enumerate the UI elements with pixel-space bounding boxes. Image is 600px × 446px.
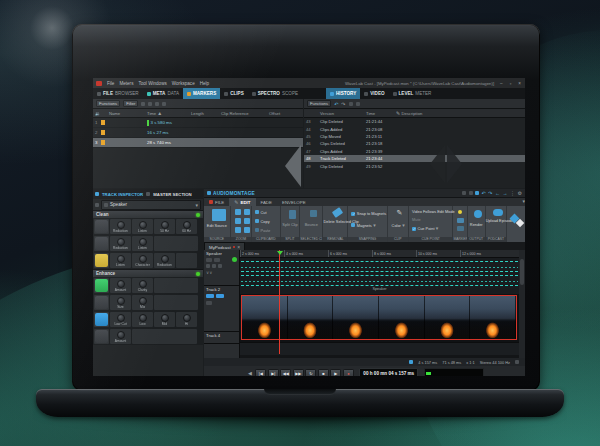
- tab-video[interactable]: VIDEO: [360, 88, 388, 99]
- marker-range-icon[interactable]: [457, 226, 464, 231]
- speaker-status-icon[interactable]: [515, 360, 519, 364]
- history-functions-button[interactable]: Functions: [307, 100, 331, 107]
- track-pan-knob[interactable]: [212, 264, 216, 268]
- ribbon-group-selected-clips[interactable]: Bounce SELECTED CLIPS: [300, 206, 323, 242]
- playhead-marker-icon[interactable]: [277, 251, 283, 255]
- mute-toggle[interactable]: Mute: [412, 217, 421, 222]
- restore-icon[interactable]: ▫: [509, 81, 513, 86]
- dehummer-listen-knob[interactable]: Listen: [132, 219, 153, 234]
- col-time[interactable]: Time ▲: [145, 110, 189, 116]
- markers-functions-button[interactable]: Functions: [96, 100, 120, 107]
- ribbon-group-output[interactable]: Render OUTPUT: [468, 206, 486, 242]
- ribbon-group-podcast[interactable]: Upload Episode PODCAST: [486, 206, 507, 242]
- eq-button[interactable]: [94, 312, 109, 327]
- color-dropdown[interactable]: Color ▾: [392, 222, 405, 228]
- eq-lowcut-knob[interactable]: Low Cut: [110, 312, 131, 327]
- speaker-column-icon[interactable]: 🔉: [93, 111, 107, 116]
- eq-low-knob[interactable]: Low: [132, 312, 153, 327]
- denoiser-button[interactable]: [94, 236, 109, 251]
- zoom-fit-icon[interactable]: [235, 218, 241, 224]
- reverb-size-knob[interactable]: Size: [110, 295, 131, 310]
- undo-icon[interactable]: ↶: [482, 190, 486, 196]
- history-play-icon[interactable]: [349, 102, 353, 106]
- deesser-button[interactable]: [94, 253, 109, 268]
- deesser-reduction-knob[interactable]: Reduction: [154, 253, 175, 268]
- tab-file-browser[interactable]: FILEBROWSER: [93, 88, 143, 99]
- rewind-button[interactable]: ◀◀: [280, 369, 291, 377]
- loop-button[interactable]: ↻: [305, 369, 316, 377]
- dehummer-60hz-knob[interactable]: 60 Hz: [176, 219, 197, 234]
- microphone-icon[interactable]: [475, 191, 479, 195]
- track-fx-button[interactable]: [218, 264, 222, 268]
- exciter-clarity-knob[interactable]: Clarity: [132, 278, 153, 293]
- copy-button[interactable]: Copy: [255, 218, 269, 224]
- pen-icon[interactable]: ✎: [397, 209, 403, 217]
- zoom-selection-icon[interactable]: [244, 218, 250, 224]
- redo-icon[interactable]: ↷: [341, 101, 345, 107]
- maximizer-button[interactable]: [94, 329, 109, 344]
- col-description[interactable]: ✎ Description: [394, 110, 454, 116]
- voice-exciter-button[interactable]: [94, 278, 109, 293]
- scrollbar-thumb[interactable]: [520, 259, 524, 285]
- ribbon-group-zoom[interactable]: ZOOM: [231, 206, 252, 242]
- record-button[interactable]: ●: [343, 369, 354, 377]
- history-row[interactable]: 49Clip Deleted21:23:52: [304, 162, 525, 169]
- track-header-2[interactable]: Track 2: [204, 286, 239, 332]
- col-version[interactable]: Version: [318, 111, 364, 116]
- cue-point-checkbox[interactable]: ✓ Cue Point ▾: [412, 225, 438, 231]
- zoom-vertical-icon[interactable]: [244, 227, 250, 233]
- maximizer-amount-knob[interactable]: Amount: [110, 329, 131, 344]
- menu-file[interactable]: File: [107, 81, 114, 86]
- ribbon-tab-fade[interactable]: FADE: [256, 198, 277, 206]
- markers-filter-button[interactable]: Filter: [123, 100, 138, 107]
- track2-video-chip[interactable]: [206, 294, 214, 298]
- col-length[interactable]: Length: [189, 111, 219, 116]
- menu-help[interactable]: Help: [200, 81, 209, 86]
- tab-track-inspector[interactable]: TRACK INSPECTOR: [102, 192, 143, 197]
- track2-options-button[interactable]: [206, 301, 212, 305]
- col-name[interactable]: Name: [107, 111, 145, 116]
- snap-to-magnets-checkbox[interactable]: ✓ Snap to Magnets: [351, 210, 386, 216]
- ribbon-group-removal[interactable]: Delete Selected Clip REMOVAL: [323, 206, 348, 242]
- marker-pair-icon[interactable]: [457, 218, 464, 223]
- marker-row-selected[interactable]: 3 28 s 740 ms: [93, 138, 303, 148]
- nav-forward-icon[interactable]: →: [503, 190, 508, 196]
- tab-spectroscope[interactable]: SPECTROSCOPE: [248, 88, 302, 99]
- marker-row[interactable]: 1 3 s 580 ms: [93, 118, 303, 128]
- history-row[interactable]: 46Clips Deleted21:23:18: [304, 140, 525, 147]
- transport-collapse-icon[interactable]: ◀: [248, 370, 252, 376]
- undo-icon[interactable]: ↶: [334, 101, 338, 107]
- history-row[interactable]: 45Clip Moved21:23:11: [304, 133, 525, 140]
- marker-row[interactable]: 2 16 s 27 ms: [93, 128, 303, 138]
- exciter-amount-knob[interactable]: Amount: [110, 278, 131, 293]
- col-time[interactable]: Time: [364, 111, 394, 116]
- zoom-out-icon[interactable]: [244, 209, 250, 215]
- menu-workspace[interactable]: Workspace: [172, 81, 195, 86]
- tab-markers[interactable]: MARKERS: [183, 88, 220, 99]
- track-gain-knob[interactable]: [206, 264, 210, 268]
- tab-level-meter[interactable]: LEVELMETER: [389, 88, 436, 99]
- solo-button[interactable]: [214, 258, 220, 262]
- dehummer-button[interactable]: [94, 219, 109, 234]
- zoom-horizontal-icon[interactable]: [235, 227, 241, 233]
- ribbon-tab-edit[interactable]: ✎EDIT: [229, 198, 255, 206]
- menu-tool-windows[interactable]: Tool Windows: [138, 81, 166, 86]
- history-row[interactable]: 47Clips Added21:23:39: [304, 148, 525, 155]
- magnets-dropdown[interactable]: Magnets ▾: [351, 222, 375, 228]
- deesser-character-knob[interactable]: Character: [132, 253, 153, 268]
- marker-yellow-icon[interactable]: [458, 210, 462, 214]
- history-row-selected[interactable]: 48Track Deleted21:23:44: [304, 155, 525, 162]
- close-icon[interactable]: ×: [517, 81, 522, 86]
- ribbon-tab-file[interactable]: FILE: [204, 198, 229, 206]
- marker-nav-next-icon[interactable]: [155, 102, 159, 106]
- tab-history[interactable]: HISTORY: [326, 88, 360, 99]
- clipboard-icon[interactable]: [469, 191, 473, 195]
- cut-button[interactable]: Cut: [255, 209, 266, 215]
- denoiser-listen-knob[interactable]: Listen: [132, 236, 153, 251]
- ribbon-tab-envelope[interactable]: ENVELOPE: [277, 198, 311, 206]
- col-offset[interactable]: Offset: [267, 111, 295, 116]
- playhead-cursor[interactable]: [279, 250, 280, 354]
- clean-section-header[interactable]: Clean: [93, 210, 203, 218]
- history-stop-icon[interactable]: [356, 102, 360, 106]
- track-header-4[interactable]: Track 4: [204, 332, 239, 344]
